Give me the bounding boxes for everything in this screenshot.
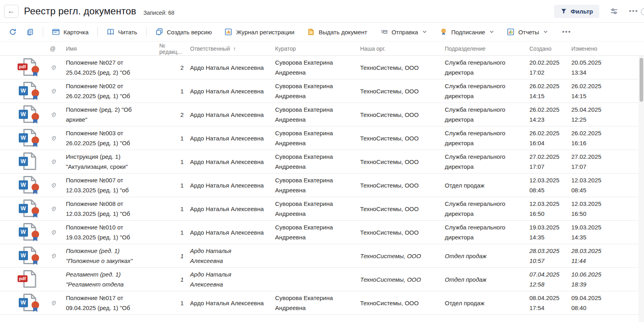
signed-seal-icon	[32, 184, 39, 194]
created-date: 07.04.2025 12:58	[529, 269, 571, 289]
document-name[interactable]: Положение (ред. 1) "Положение о закупках…	[66, 246, 156, 266]
header-more-button[interactable]: •••	[629, 9, 638, 13]
version-number: 2	[156, 63, 185, 73]
modified-date: 25.04.2025 12:25	[571, 105, 613, 124]
modified-column-header[interactable]: Изменено	[571, 45, 613, 52]
name-column-header[interactable]: Имя	[66, 45, 156, 52]
responsible-name: Ардо Наталья Алексеевна	[185, 204, 275, 214]
file-type-cell: W	[0, 222, 50, 242]
view-settings-button[interactable]	[610, 7, 618, 16]
department-name: Служба генерального директора	[445, 128, 529, 148]
curator-column-header[interactable]: Куратор	[275, 45, 360, 52]
document-name[interactable]: Регламент (ред. 1) "Регламент отдела	[66, 269, 156, 289]
word-document-icon: W	[21, 175, 40, 195]
document-name[interactable]: Положение №003 от 26.02.2025 (ред. 1) "О…	[66, 128, 156, 148]
file-type-cell: pdf	[0, 269, 50, 289]
attachment-cell	[50, 111, 66, 118]
read-button[interactable]: Читать	[103, 25, 141, 39]
responsible-column-header[interactable]: Ответственный ↑	[185, 45, 275, 52]
toolbar-overflow-button[interactable]: •••	[558, 26, 575, 38]
ellipsis-icon: •••	[562, 28, 571, 36]
department-column-header[interactable]: Подразделение	[445, 45, 529, 52]
org-column-header[interactable]: Наша орг.	[360, 45, 445, 52]
table-row[interactable]: WПоложение №007 от 12.03.2025 (ред. 1) "…	[0, 174, 644, 197]
create-version-button[interactable]: Создать версию	[151, 25, 216, 39]
table-row[interactable]: WПоложение (ред. 1) "Положение о закупка…	[0, 244, 644, 268]
pdf-document-icon: pdf	[21, 57, 40, 77]
created-date: 27.02.2025 17:07	[529, 152, 571, 172]
modified-date: 09.04.2025 08:40	[571, 293, 613, 313]
card-icon	[52, 28, 60, 36]
document-name[interactable]: Положение №010 от 19.03.2025 (ред. 1) "О…	[66, 222, 156, 242]
table-row[interactable]: WИнструкция (ред. 1) "Актуализация, срок…	[0, 150, 644, 174]
sort-ascending-icon: ↑	[233, 45, 236, 52]
modified-date: 10.06.2025 18:39	[571, 269, 613, 289]
organization-name: ТехноСистемы, ООО	[360, 180, 445, 190]
file-type-cell: pdf	[0, 57, 50, 77]
signed-seal-icon	[32, 301, 39, 312]
issue-document-button[interactable]: Выдать документ	[303, 25, 371, 39]
table-row[interactable]: WПоложение №008 от 12.03.2025 (ред. 1) "…	[0, 197, 644, 221]
table-row[interactable]: WПоложение №010 от 19.03.2025 (ред. 1) "…	[0, 221, 644, 244]
document-name[interactable]: Положение №027 от 25.04.2025 (ред. 2) "О…	[66, 57, 156, 77]
table-body: pdfПоложение №027 от 25.04.2025 (ред. 2)…	[0, 56, 644, 315]
signed-seal-icon	[32, 254, 39, 265]
table-row[interactable]: WПоложение №017 от 09.04.2025 (ред. 1) "…	[0, 291, 644, 315]
copy-button[interactable]	[22, 26, 38, 39]
reports-button-label: Отчеты	[518, 29, 539, 36]
table-row[interactable]: pdfРегламент (ред. 1) "Регламент отдела1…	[0, 268, 644, 291]
signed-seal-icon	[32, 136, 39, 147]
table-row[interactable]: pdfПоложение №027 от 25.04.2025 (ред. 2)…	[0, 56, 644, 79]
table-row[interactable]: WПоложение №003 от 26.02.2025 (ред. 1) "…	[0, 126, 644, 150]
document-name[interactable]: Положение (ред. 2) "Об архиве"	[66, 105, 156, 124]
signed-seal-icon	[32, 113, 39, 124]
scrollbar-thumb[interactable]	[640, 58, 643, 102]
organization-name: ТехноСистемы, ООО	[360, 298, 445, 308]
version-column-header[interactable]: № редакц...	[156, 42, 185, 55]
created-column-header[interactable]: Создано	[529, 45, 571, 52]
refresh-button[interactable]	[5, 25, 21, 39]
filter-button-label: Фильтр	[571, 8, 593, 15]
word-document-icon: W	[21, 199, 40, 219]
version-number: 2	[156, 110, 185, 120]
document-name[interactable]: Положение №007 от 12.03.2025 (ред. 1) "о…	[66, 175, 156, 195]
table-row[interactable]: WПоложение (ред. 2) "Об архиве"2Ардо Нат…	[0, 103, 644, 126]
table-row[interactable]: WПоложение №002 от 26.02.2025 (ред. 1) "…	[0, 79, 644, 103]
modified-date: 26.02.2025 14:15	[571, 81, 613, 101]
signed-seal-icon	[32, 231, 39, 241]
attachment-column-header[interactable]: @	[50, 45, 66, 52]
modified-date: 27.02.2025 17:07	[571, 152, 613, 172]
records-count: Записей: 68	[143, 10, 174, 16]
vertical-scrollbar[interactable]	[638, 56, 644, 322]
curator-name: Суворова Екатерина Андреевна	[275, 128, 360, 148]
back-button[interactable]: ←	[4, 5, 18, 18]
signing-button[interactable]: Подписание	[436, 25, 498, 39]
created-date: 26.02.2025 14:23	[529, 105, 571, 124]
organization-name: ТехноСистемы, ООО	[360, 63, 445, 73]
department-name: Отдел продаж	[445, 251, 529, 261]
organization-name: ТехноСистемы, ООО	[360, 227, 445, 237]
attachment-cell	[50, 229, 66, 236]
pdf-document-icon: pdf	[21, 269, 40, 289]
send-button[interactable]: Отправка	[376, 25, 431, 39]
attachment-cell	[50, 158, 66, 165]
created-date: 26.02.2025 14:15	[529, 81, 571, 101]
version-number: 1	[156, 157, 185, 167]
registration-journal-button[interactable]: Журнал регистрации	[220, 25, 298, 39]
document-name[interactable]: Положение №017 от 09.04.2025 (ред. 1) "О…	[66, 293, 156, 313]
pdf-badge: pdf	[18, 63, 28, 70]
word-document-icon: W	[21, 81, 40, 101]
toolbar: Карточка Читать Создать версию	[0, 23, 644, 41]
document-name[interactable]: Положение №002 от 26.02.2025 (ред. 1) "О…	[66, 81, 156, 101]
filter-button[interactable]: Фильтр	[554, 5, 599, 18]
chevron-down-icon	[489, 30, 494, 34]
reports-button[interactable]: Отчеты	[503, 25, 552, 39]
document-name[interactable]: Положение №008 от 12.03.2025 (ред. 1) "О…	[66, 199, 156, 219]
responsible-column-label: Ответственный	[190, 45, 230, 52]
version-number: 1	[156, 227, 185, 237]
attachment-cell	[50, 182, 66, 189]
responsible-name: Ардо Наталья Алексеевна	[185, 180, 275, 190]
card-button[interactable]: Карточка	[48, 25, 93, 39]
toolbar-separator	[146, 27, 147, 37]
document-name[interactable]: Инструкция (ред. 1) "Актуализация, сроки…	[66, 152, 156, 172]
